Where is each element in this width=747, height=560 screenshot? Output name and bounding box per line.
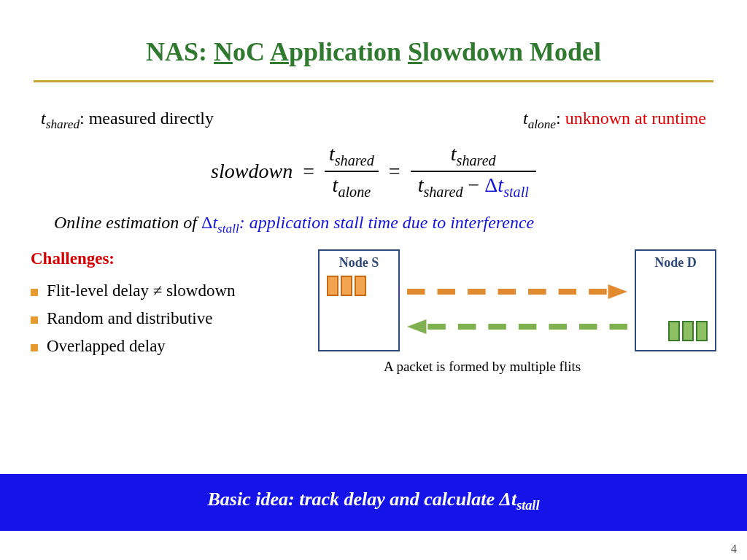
flit-icon [355,276,366,296]
svg-marker-3 [407,319,426,334]
list-item: Overlapped delay [31,332,308,360]
list-item: Random and distributive [31,305,308,332]
estimation-line: Online estimation of Δtstall: applicatio… [0,207,747,249]
square-bullet-icon [31,289,38,296]
flits-dest [661,321,708,341]
flit-icon [668,321,680,341]
flits-source [320,276,366,296]
lower-section: Challenges: Flit-level delay ≠ slowdown … [0,249,747,388]
flit-icon [341,276,352,296]
fraction-2: tshared tshared − Δtstall [411,142,536,201]
t-shared-def: tshared: measured directly [41,109,214,132]
packet-diagram: Node S Node D A [318,249,716,388]
flit-icon [696,321,708,341]
svg-marker-1 [608,284,627,299]
flit-icon [327,276,338,296]
node-s-label: Node S [320,251,398,271]
title-divider [34,80,713,82]
page-number: 4 [731,542,737,556]
node-d-label: Node D [636,251,715,271]
basic-idea-banner: Basic idea: track delay and calculate Δt… [0,474,747,531]
t-alone-def: talone: unknown at runtime [523,109,706,132]
arrow-zone [407,281,627,340]
node-s-box: Node S [318,249,400,351]
challenges-heading: Challenges: [31,249,308,277]
square-bullet-icon [31,344,38,351]
fraction-1: tshared talone [325,142,379,201]
list-item: Flit-level delay ≠ slowdown [31,277,308,305]
definitions-row: tshared: measured directly talone: unkno… [0,109,747,138]
flit-icon [682,321,694,341]
slowdown-equation: slowdown = tshared talone = tshared tsha… [0,138,747,208]
challenges-block: Challenges: Flit-level delay ≠ slowdown … [31,249,308,360]
slide-title: NAS: NoC Application Slowdown Model [0,0,747,80]
diagram-caption: A packet is formed by multiple flits [384,359,716,375]
node-d-box: Node D [635,249,716,351]
square-bullet-icon [31,316,38,324]
